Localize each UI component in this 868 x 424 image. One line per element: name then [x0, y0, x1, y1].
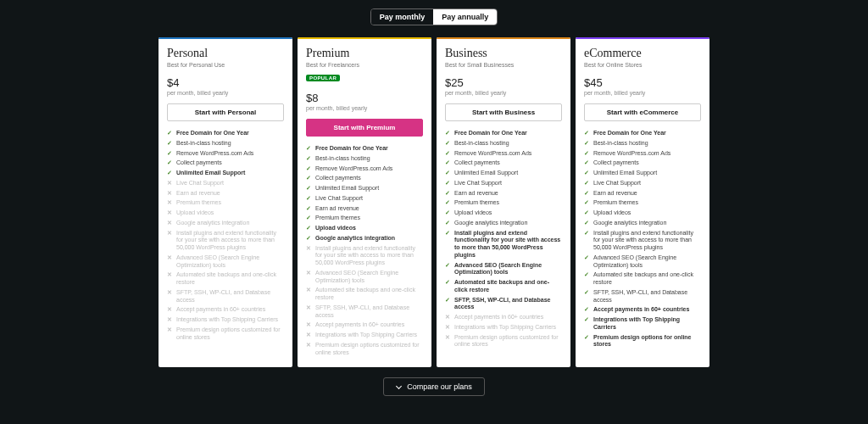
pay-annually-button[interactable]: Pay annually	[433, 9, 497, 25]
feature-text: Automated site backups and one-click res…	[176, 271, 284, 287]
feature-text: Accept payments in 60+ countries	[176, 306, 265, 314]
feature-text: Integrations with Top Shipping Carriers	[176, 316, 278, 324]
feature-item: ✕Accept payments in 60+ countries	[306, 321, 423, 329]
popular-badge: POPULAR	[306, 75, 340, 81]
feature-item: ✕SFTP, SSH, WP-CLI, and Database access	[167, 289, 284, 304]
feature-item: ✓Accept payments in 60+ countries	[584, 306, 701, 314]
cross-icon: ✕	[445, 334, 451, 342]
feature-text: Integrations with Top Shipping Carriers	[454, 324, 556, 332]
plan-card-ecommerce: eCommerceBest for Online Stores$45per mo…	[576, 37, 709, 367]
check-icon: ✓	[445, 297, 451, 304]
feature-text: Live Chat Support	[454, 180, 502, 187]
feature-item: ✓Automated site backups and one-click re…	[584, 271, 701, 287]
compare-plans-button[interactable]: Compare our plans	[383, 377, 485, 396]
feature-text: Advanced SEO (Search Engine Optimization…	[176, 254, 284, 270]
plan-subtitle: Best for Personal Use	[167, 62, 284, 68]
feature-text: Best-in-class hosting	[176, 140, 231, 148]
feature-text: Upload videos	[593, 209, 631, 217]
feature-text: Google analytics integration	[176, 220, 249, 227]
feature-item: ✕Upload videos	[167, 209, 284, 217]
feature-text: Remove WordPress.com Ads	[315, 165, 392, 173]
cross-icon: ✕	[167, 254, 173, 262]
feature-text: Accept payments in 60+ countries	[315, 321, 404, 329]
chevron-down-icon	[396, 384, 402, 390]
cross-icon: ✕	[306, 321, 312, 329]
check-icon: ✓	[584, 199, 590, 207]
cross-icon: ✕	[167, 306, 173, 314]
check-icon: ✓	[584, 170, 590, 177]
feature-item: ✓Remove WordPress.com Ads	[167, 150, 284, 158]
feature-text: Collect payments	[593, 159, 639, 167]
feature-item: ✕Accept payments in 60+ countries	[167, 306, 284, 314]
feature-text: Install plugins and extend functionality…	[315, 245, 423, 267]
feature-text: Install plugins and extend functionality…	[454, 230, 562, 259]
check-icon: ✓	[445, 190, 451, 198]
check-icon: ✓	[445, 159, 451, 167]
feature-text: Premium design options for online stores	[593, 334, 701, 349]
check-icon: ✓	[306, 145, 312, 153]
plan-title: Business	[445, 47, 562, 60]
billing-toggle: Pay monthly Pay annually	[370, 8, 498, 25]
check-icon: ✓	[584, 289, 590, 297]
feature-item: ✓Unlimited Email Support	[584, 170, 701, 177]
check-icon: ✓	[306, 185, 312, 192]
feature-item: ✕Live Chat Support	[167, 180, 284, 187]
feature-text: Integrations with Top Shipping Carriers	[593, 316, 701, 332]
feature-text: Premium design options customized for on…	[454, 334, 562, 349]
check-icon: ✓	[306, 225, 312, 232]
plan-price-sub: per month, billed yearly	[445, 90, 562, 96]
check-icon: ✓	[306, 155, 312, 163]
cross-icon: ✕	[306, 245, 312, 253]
start-premium-button[interactable]: Start with Premium	[306, 119, 423, 137]
cross-icon: ✕	[167, 190, 173, 198]
cross-icon: ✕	[306, 342, 312, 349]
feature-item: ✕Premium design options customized for o…	[306, 342, 423, 357]
check-icon: ✓	[445, 262, 451, 270]
compare-plans-label: Compare our plans	[407, 382, 472, 391]
check-icon: ✓	[584, 140, 590, 148]
feature-item: ✕SFTP, SSH, WP-CLI, and Database access	[306, 304, 423, 320]
feature-item: ✕Google analytics integration	[167, 220, 284, 227]
check-icon: ✓	[445, 230, 451, 237]
feature-item: ✓Unlimited Email Support	[306, 185, 423, 192]
feature-item: ✓Premium design options for online store…	[584, 334, 701, 349]
feature-text: Automated site backups and one-click res…	[454, 279, 562, 294]
plan-price: $45	[584, 76, 701, 89]
check-icon: ✓	[445, 170, 451, 177]
feature-text: Google analytics integration	[454, 220, 527, 227]
pay-monthly-button[interactable]: Pay monthly	[371, 9, 434, 25]
check-icon: ✓	[584, 306, 590, 314]
plan-title: Premium	[306, 47, 423, 60]
feature-item: ✕Accept payments in 60+ countries	[445, 314, 562, 321]
cross-icon: ✕	[167, 180, 173, 187]
cross-icon: ✕	[306, 270, 312, 277]
feature-item: ✓Premium themes	[445, 199, 562, 207]
feature-text: Free Domain for One Year	[454, 130, 527, 137]
start-personal-button[interactable]: Start with Personal	[167, 103, 284, 121]
feature-text: Earn ad revenue	[454, 190, 498, 198]
pricing-plans: PersonalBest for Personal Use$4per month…	[0, 37, 868, 367]
feature-text: Earn ad revenue	[176, 190, 220, 198]
plan-card-business: BusinessBest for Small Businesses$25per …	[437, 37, 570, 367]
check-icon: ✓	[306, 205, 312, 213]
feature-text: SFTP, SSH, WP-CLI, and Database access	[454, 297, 562, 312]
feature-text: Upload videos	[176, 209, 214, 217]
plan-price: $4	[167, 76, 284, 89]
check-icon: ✓	[584, 334, 590, 342]
feature-item: ✕Earn ad revenue	[167, 190, 284, 198]
cross-icon: ✕	[167, 209, 173, 217]
feature-item: ✕Premium themes	[167, 199, 284, 207]
feature-text: Live Chat Support	[176, 180, 224, 187]
feature-text: Remove WordPress.com Ads	[176, 150, 253, 158]
feature-item: ✓Google analytics integration	[584, 220, 701, 227]
feature-item: ✓Best-in-class hosting	[445, 140, 562, 148]
check-icon: ✓	[445, 140, 451, 148]
cross-icon: ✕	[167, 230, 173, 237]
feature-item: ✓Install plugins and extend functionalit…	[584, 230, 701, 252]
feature-item: ✓Integrations with Top Shipping Carriers	[584, 316, 701, 332]
plan-price-sub: per month, billed yearly	[167, 90, 284, 96]
cross-icon: ✕	[306, 332, 312, 339]
start-business-button[interactable]: Start with Business	[445, 103, 562, 121]
start-ecommerce-button[interactable]: Start with eCommerce	[584, 103, 701, 121]
feature-text: Live Chat Support	[593, 180, 641, 187]
